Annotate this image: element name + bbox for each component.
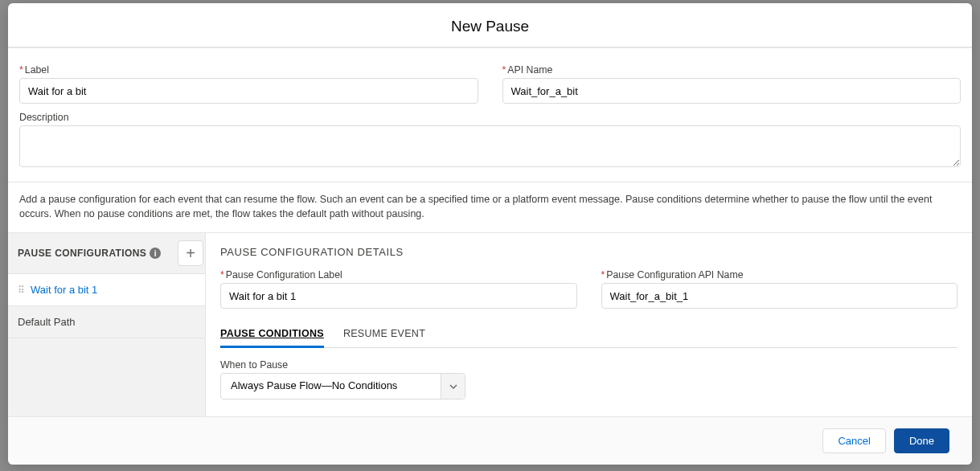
help-text: Add a pause configuration for each event… <box>8 182 972 232</box>
modal-title: New Pause <box>8 3 972 48</box>
sidebar-item-label: Wait for a bit 1 <box>31 284 97 296</box>
details-tabs: PAUSE CONDITIONS RESUME EVENT <box>220 322 957 348</box>
detail-title: PAUSE CONFIGURATION DETAILS <box>220 246 957 258</box>
sidebar-title: PAUSE CONFIGURATIONS i <box>18 248 161 259</box>
when-to-pause-field-group: When to Pause Always Pause Flow—No Condi… <box>220 359 957 399</box>
modal-footer: Cancel Done <box>8 416 972 465</box>
detail-panel: PAUSE CONFIGURATION DETAILS *Pause Confi… <box>206 233 972 416</box>
api-name-input[interactable] <box>502 78 962 104</box>
sidebar-item-default-path[interactable]: Default Path <box>8 306 205 338</box>
done-button[interactable]: Done <box>894 428 949 453</box>
config-area: PAUSE CONFIGURATIONS i + ⠿ Wait for a bi… <box>8 232 972 416</box>
new-pause-modal: New Pause *Label *API Name Description A… <box>8 3 972 465</box>
top-fields: *Label *API Name Description <box>8 48 972 182</box>
cancel-button[interactable]: Cancel <box>822 428 885 453</box>
drag-handle-icon[interactable]: ⠿ <box>18 285 24 296</box>
api-name-field-label: *API Name <box>502 64 962 76</box>
sidebar-item-wait-for-a-bit-1[interactable]: ⠿ Wait for a bit 1 <box>8 274 205 306</box>
tab-pause-conditions[interactable]: PAUSE CONDITIONS <box>220 322 324 348</box>
sidebar-item-label: Default Path <box>18 316 76 328</box>
config-label-input[interactable] <box>220 283 577 309</box>
when-to-pause-label: When to Pause <box>220 359 957 371</box>
detail-row: *Pause Configuration Label *Pause Config… <box>220 269 957 309</box>
required-indicator: * <box>601 269 605 281</box>
label-field-label: *Label <box>19 64 478 76</box>
when-to-pause-select[interactable]: Always Pause Flow—No Conditions <box>220 373 465 399</box>
config-label-field-group: *Pause Configuration Label <box>220 269 577 309</box>
label-input[interactable] <box>19 78 478 104</box>
config-api-name-field-group: *Pause Configuration API Name <box>601 269 958 309</box>
config-label-field-label: *Pause Configuration Label <box>220 269 577 281</box>
config-api-name-input[interactable] <box>601 283 958 309</box>
required-indicator: * <box>220 269 224 281</box>
label-field-group: *Label <box>19 64 478 104</box>
when-to-pause-value: Always Pause Flow—No Conditions <box>220 373 465 399</box>
plus-icon: + <box>186 245 195 261</box>
api-name-field-group: *API Name <box>502 64 962 104</box>
info-icon[interactable]: i <box>150 248 161 259</box>
tab-resume-event[interactable]: RESUME EVENT <box>343 322 425 348</box>
config-api-name-field-label: *Pause Configuration API Name <box>601 269 958 281</box>
description-field-group: Description <box>19 112 961 170</box>
description-field-label: Description <box>19 112 961 123</box>
required-indicator: * <box>502 64 506 76</box>
add-config-button[interactable]: + <box>178 240 203 266</box>
description-textarea[interactable] <box>19 125 961 167</box>
pause-config-sidebar: PAUSE CONFIGURATIONS i + ⠿ Wait for a bi… <box>8 233 206 416</box>
sidebar-header: PAUSE CONFIGURATIONS i + <box>8 233 205 274</box>
required-indicator: * <box>19 64 23 76</box>
